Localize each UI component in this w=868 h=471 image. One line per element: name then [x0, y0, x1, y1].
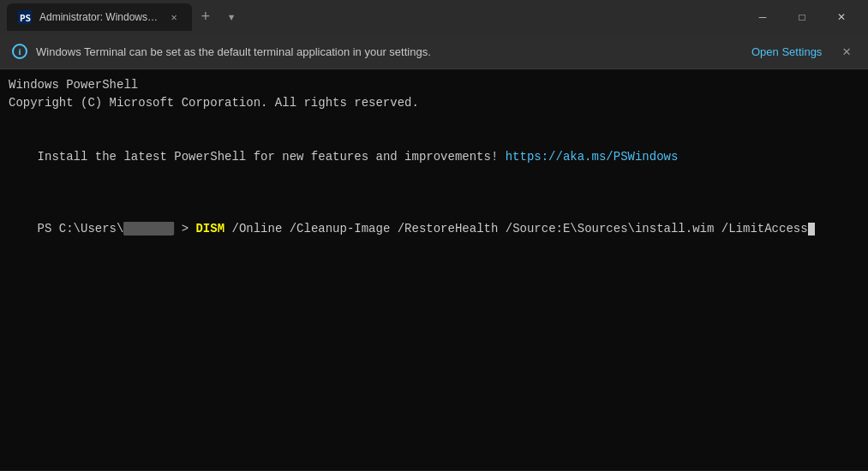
svg-text:PS: PS: [20, 13, 31, 24]
install-url: https://aka.ms/PSWindows: [506, 150, 679, 164]
tab-strip: PS Administrator: Windows Powe ✕ + ▾: [7, 3, 743, 31]
dism-command: DISM: [195, 222, 224, 236]
install-prompt-text: Install the latest PowerShell for new fe…: [38, 150, 506, 164]
tab-title: Administrator: Windows Powe: [39, 11, 159, 23]
terminal-line-6: PS C:\Users\███████ > DISM /Online /Clea…: [9, 202, 859, 256]
terminal-content[interactable]: Windows PowerShell Copyright (C) Microso…: [0, 69, 868, 470]
terminal-line-2: Copyright (C) Microsoft Corporation. All…: [9, 94, 859, 112]
username-redacted: ███████: [123, 222, 174, 236]
active-tab[interactable]: PS Administrator: Windows Powe ✕: [7, 3, 192, 31]
terminal-line-4: Install the latest PowerShell for new fe…: [9, 130, 859, 184]
terminal-line-5: [9, 184, 859, 202]
minimize-button[interactable]: ─: [743, 0, 782, 34]
cursor: [808, 223, 815, 236]
open-settings-link[interactable]: Open Settings: [751, 45, 822, 58]
powershell-icon: PS: [17, 9, 33, 25]
maximize-button[interactable]: □: [782, 0, 822, 34]
prompt-arrow: >: [174, 222, 195, 236]
window-controls: ─ □ ✕: [743, 0, 861, 34]
notification-message: Windows Terminal can be set as the defau…: [36, 45, 743, 58]
terminal-line-1: Windows PowerShell: [9, 76, 859, 94]
title-bar: PS Administrator: Windows Powe ✕ + ▾ ─ □…: [0, 0, 868, 34]
notification-close-button[interactable]: ✕: [837, 41, 856, 62]
dism-args: /Online /Cleanup-Image /RestoreHealth /S…: [224, 222, 808, 236]
notification-banner: i Windows Terminal can be set as the def…: [0, 34, 868, 69]
close-button[interactable]: ✕: [822, 0, 861, 34]
new-tab-button[interactable]: +: [192, 3, 219, 31]
tab-close-button[interactable]: ✕: [166, 9, 182, 25]
terminal-line-3: [9, 112, 859, 130]
tab-dropdown-button[interactable]: ▾: [219, 5, 243, 29]
info-icon: i: [12, 44, 27, 59]
ps-prompt: PS C:\Users\: [38, 222, 124, 236]
